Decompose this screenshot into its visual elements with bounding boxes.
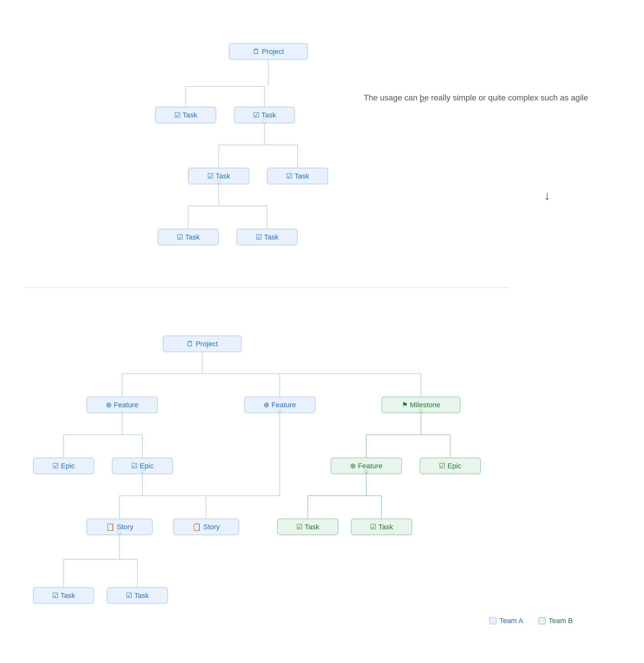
section1-task4-node: ☑ Task [267, 168, 328, 184]
section1-task1-node: ☑ Task [155, 107, 216, 123]
section2-task1-node: ☑ Task [33, 587, 94, 604]
task4-icon: ☑ [286, 172, 292, 180]
section2-feature1-node: ⊕ Feature [87, 396, 158, 413]
section2-story1-node: 📋 Story [87, 519, 153, 535]
s2-story1-icon: 📋 [106, 523, 115, 531]
section2-project-node: 🗒 Project [163, 336, 242, 352]
legend-team-a: Team A [489, 617, 523, 625]
s2-milestone-label: Milestone [410, 401, 441, 409]
s2-feature3-icon: ⊕ [350, 462, 356, 470]
legend-team-a-box [489, 617, 496, 624]
s2-task4-icon: ☑ [370, 523, 376, 531]
legend-team-b-label: Team B [549, 617, 573, 625]
s2-epic2-label: Epic [140, 462, 153, 470]
s2-epic3-icon: ☑ [439, 462, 445, 470]
section2-feature3-node: ⊕ Feature [331, 458, 402, 474]
s2-task3-icon: ☑ [296, 523, 303, 531]
s2-task1-label: Task [61, 592, 75, 600]
project-icon: 🗒 [252, 47, 260, 56]
section2-epic2-node: ☑ Epic [112, 458, 173, 474]
legend-team-a-label: Team A [499, 617, 523, 625]
task3-label: Task [216, 172, 230, 180]
task5-label: Task [185, 233, 200, 241]
section2-milestone-node: ⚑ Milestone [381, 396, 460, 413]
s2-feature1-label: Feature [114, 401, 138, 409]
arrow-left-icon: ← [418, 95, 428, 107]
section2-feature2-node: ⊕ Feature [244, 396, 315, 413]
task6-icon: ☑ [256, 233, 262, 241]
section2-task4-node: ☑ Task [351, 519, 412, 535]
s2-epic1-label: Epic [61, 462, 74, 470]
s2-project-label: Project [196, 340, 218, 348]
section-divider [25, 287, 509, 288]
task5-icon: ☑ [177, 233, 183, 241]
s2-story1-label: Story [117, 523, 133, 531]
s2-story2-label: Story [203, 523, 220, 531]
s2-task1-icon: ☑ [52, 591, 59, 600]
s2-task2-label: Task [134, 592, 149, 600]
task3-icon: ☑ [207, 172, 214, 180]
legend-team-b: Team B [538, 617, 573, 625]
s2-epic2-icon: ☑ [131, 462, 138, 470]
task6-label: Task [264, 233, 279, 241]
s2-feature1-icon: ⊕ [106, 401, 112, 409]
legend: Team A Team B [489, 617, 573, 625]
task4-label: Task [294, 172, 309, 180]
s2-epic3-label: Epic [447, 462, 461, 470]
s2-story2-icon: 📋 [192, 523, 201, 531]
s2-task3-label: Task [305, 523, 319, 531]
section1-task3-node: ☑ Task [188, 168, 249, 184]
annotation-text: The usage can be really simple or quite … [364, 92, 588, 104]
task1-label: Task [183, 111, 197, 119]
task2-label: Task [262, 111, 276, 119]
arrow-down-icon: ↓ [544, 188, 550, 203]
s2-milestone-icon: ⚑ [402, 401, 408, 409]
s2-epic1-icon: ☑ [52, 462, 59, 470]
section1-project-node: 🗒 Project [229, 43, 308, 60]
task1-icon: ☑ [174, 111, 181, 119]
s2-feature3-label: Feature [358, 462, 382, 470]
section2-epic1-node: ☑ Epic [33, 458, 94, 474]
section1-task5-node: ☑ Task [158, 229, 219, 245]
s2-feature2-icon: ⊕ [264, 401, 269, 409]
section2-task2-node: ☑ Task [107, 587, 168, 604]
section1-task6-node: ☑ Task [237, 229, 297, 245]
s2-task2-icon: ☑ [126, 591, 132, 600]
section2-story2-node: 📋 Story [173, 519, 239, 535]
section2-task3-node: ☑ Task [277, 519, 338, 535]
section1-task2-node: ☑ Task [234, 107, 295, 123]
project-label: Project [262, 48, 284, 56]
legend-team-b-box [538, 617, 546, 624]
s2-project-icon: 🗒 [186, 340, 194, 348]
s2-feature2-label: Feature [271, 401, 296, 409]
task2-icon: ☑ [253, 111, 260, 119]
s2-task4-label: Task [378, 523, 393, 531]
section2-epic3-node: ☑ Epic [420, 458, 481, 474]
